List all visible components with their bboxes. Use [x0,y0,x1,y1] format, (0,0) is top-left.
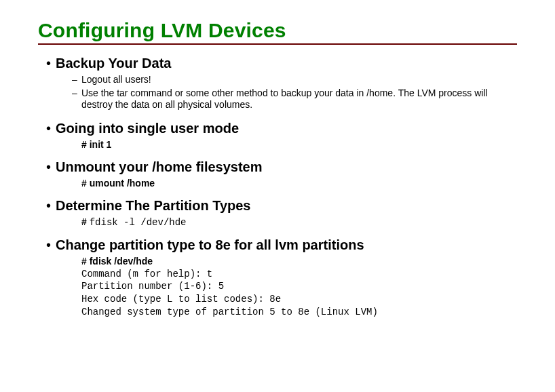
subbullet-logout: – Logout all users! [72,74,517,86]
bullet-dot-icon: • [46,121,56,136]
bullet-dot-icon: • [46,198,56,214]
bullet-dot-icon: • [46,237,56,253]
hash-icon: # [81,178,87,189]
cmd-fdisk: # fdisk /dev/hde [81,256,517,267]
cmd-init-text: init 1 [90,139,112,150]
hash-icon: # [81,139,87,150]
bullet-single: • Going into single user mode [46,121,517,136]
hash-icon: # [81,256,87,267]
cmd-fdisk-list-text: fdisk -l /dev/hde [90,217,187,228]
cmd-init: # init 1 [81,139,517,150]
bullet-single-label: Going into single user mode [56,121,239,136]
bullet-determine: • Determine The Partition Types [46,198,517,214]
hash-icon: # [81,216,87,227]
cmd-fdisk-list: # fdisk -l /dev/hde [81,216,517,228]
bullet-backup-label: Backup Your Data [56,56,171,71]
cmd-umount: # umount /home [81,178,517,189]
bullet-unmount-label: Unmount your /home filesystem [56,159,263,175]
fdisk-output-4: Changed system type of partition 5 to 8e… [81,306,517,319]
bullet-change: • Change partition type to 8e for all lv… [46,237,517,253]
fdisk-output-3: Hex code (type L to list codes): 8e [81,293,517,306]
bullet-dot-icon: • [46,159,56,175]
cmd-umount-text: umount /home [90,178,155,189]
bullet-dot-icon: • [46,56,56,71]
cmd-fdisk-text: fdisk /dev/hde [90,256,153,267]
title-underline [38,43,517,45]
dash-icon: – [72,87,81,98]
slide-title: Configuring LVM Devices [38,19,517,42]
bullet-determine-label: Determine The Partition Types [56,198,250,214]
subbullet-tar-text: Use the tar command or some other method… [81,87,517,111]
fdisk-output-1: Command (m for help): t [81,268,517,281]
fdisk-output-2: Partition number (1-6): 5 [81,280,517,293]
subbullet-tar: – Use the tar command or some other meth… [72,87,517,111]
slide-container: Configuring LVM Devices • Backup Your Da… [0,0,555,332]
dash-icon: – [72,74,81,85]
bullet-backup: • Backup Your Data [46,56,517,71]
bullet-change-label: Change partition type to 8e for all lvm … [56,237,364,253]
subbullet-logout-text: Logout all users! [81,74,151,86]
bullet-unmount: • Unmount your /home filesystem [46,159,517,175]
